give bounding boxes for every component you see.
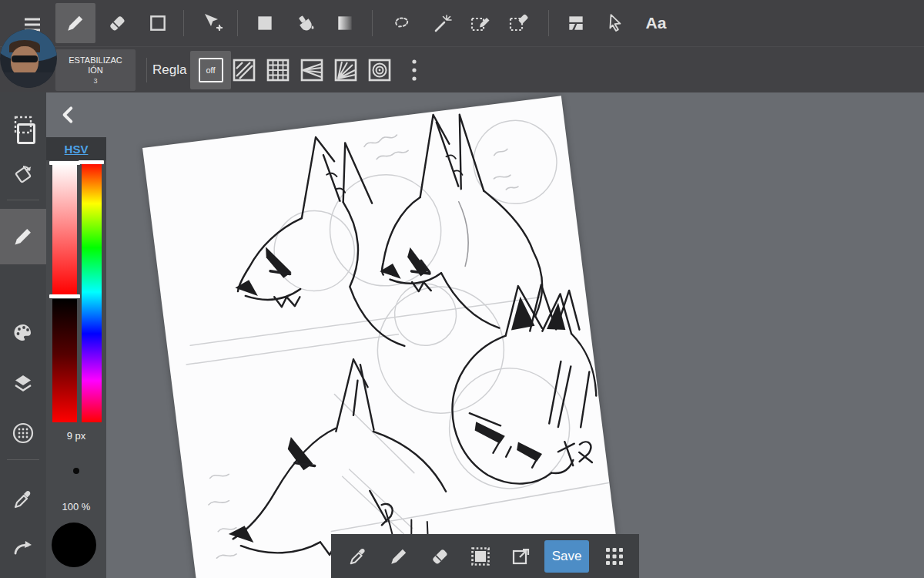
ruler-off-button[interactable]: off	[190, 51, 231, 89]
eraser-tool-button[interactable]	[97, 3, 137, 43]
magic-wand-icon	[432, 12, 454, 34]
panel-divide-icon	[566, 13, 586, 33]
chevron-left-icon	[59, 105, 79, 125]
stabilization-value: 3	[55, 78, 136, 85]
text-tool-button[interactable]: Aa	[636, 3, 676, 43]
hue-marker[interactable]	[79, 160, 104, 164]
ruler-more-button[interactable]	[402, 58, 427, 82]
bottom-export-button[interactable]	[500, 538, 541, 575]
eraser-icon	[107, 13, 127, 33]
sidebar-palette-button[interactable]	[0, 311, 46, 355]
parallel-ruler-icon	[232, 58, 256, 82]
divider	[146, 58, 147, 82]
grid-ruler-icon	[266, 58, 290, 82]
fill-bucket-button[interactable]	[286, 3, 326, 43]
move-tool-button[interactable]	[192, 3, 233, 43]
divider	[548, 10, 549, 36]
pencil-icon	[65, 13, 85, 33]
color-mode-header[interactable]: HSV	[46, 137, 106, 160]
hue-bar[interactable]	[82, 162, 102, 422]
saturation-bar[interactable]	[52, 163, 77, 294]
stabilization-button[interactable]: ESTABILIZAC IÓN 3	[55, 49, 136, 91]
ruler-parallel-button[interactable]	[232, 58, 256, 82]
account-avatar[interactable]	[0, 29, 57, 88]
bottom-pen-button[interactable]	[378, 538, 419, 575]
color-panel: HSV 9 px 100 %	[46, 137, 106, 578]
ruler-perspective-button[interactable]	[300, 58, 324, 82]
select-pen-button[interactable]	[460, 3, 500, 43]
select-eraser-button[interactable]	[499, 3, 539, 43]
layers-icon	[12, 372, 34, 394]
lasso-tool-button[interactable]	[382, 3, 422, 43]
bottom-material-button[interactable]	[460, 538, 500, 575]
fox-sketch	[142, 96, 628, 578]
gradient-tool-button[interactable]	[325, 3, 365, 43]
bottom-eraser-button[interactable]	[419, 538, 460, 575]
sidebar-transform-button[interactable]	[0, 153, 46, 197]
sidebar-eyedropper-button[interactable]	[0, 478, 46, 521]
drawing-canvas[interactable]	[142, 96, 628, 578]
ruler-radial-button[interactable]	[333, 58, 358, 82]
panel-divide-button[interactable]	[556, 3, 596, 43]
sidebar-pen-button[interactable]	[0, 209, 46, 264]
bottom-menu-button[interactable]	[594, 538, 634, 575]
select-eraser-icon	[508, 12, 530, 34]
brush-size-label: 9 px	[46, 430, 106, 442]
avatar-sunglasses	[12, 55, 38, 62]
magic-wand-button[interactable]	[423, 3, 463, 43]
hsv-label: HSV	[65, 143, 89, 156]
pen-tool-button[interactable]	[55, 3, 95, 43]
divider	[237, 10, 238, 36]
ruler-concentric-button[interactable]	[367, 58, 392, 82]
palette-icon	[12, 322, 34, 344]
sidebar-material-button[interactable]	[0, 412, 46, 455]
grid-menu-icon	[604, 546, 625, 567]
kebab-menu-icon	[411, 59, 417, 82]
opacity-label: 100 %	[46, 501, 106, 512]
ruler-grid-button[interactable]	[266, 58, 290, 82]
rotate-canvas-icon	[12, 163, 35, 187]
divider	[372, 10, 373, 36]
bottom-eyedropper-button[interactable]	[337, 538, 378, 575]
pencil-icon	[12, 226, 34, 247]
save-button[interactable]: Save	[544, 540, 589, 573]
divider	[7, 459, 39, 460]
pencil-icon	[389, 546, 409, 566]
solid-square-button[interactable]	[245, 3, 285, 43]
stabilization-label-line1: ESTABILIZAC	[69, 55, 122, 65]
current-color-swatch[interactable]	[52, 523, 96, 567]
value-bar[interactable]	[52, 299, 77, 422]
sidebar-layers-button[interactable]	[0, 361, 46, 405]
bottom-toolbar: Save	[331, 534, 639, 578]
material-dots-icon	[12, 422, 35, 445]
divider	[7, 200, 39, 200]
value-marker[interactable]	[49, 294, 80, 298]
sidebar-redo-button[interactable]	[0, 526, 46, 569]
redo-arrow-icon	[12, 536, 35, 558]
lasso-icon	[391, 12, 413, 34]
eyedropper-icon	[12, 489, 34, 510]
material-stamp-icon	[470, 546, 491, 567]
brush-preview-dot	[73, 468, 79, 474]
canvas-area[interactable]	[46, 92, 924, 578]
saturation-marker[interactable]	[49, 161, 80, 165]
save-label: Save	[552, 549, 582, 564]
ruler-toolbar: ESTABILIZAC IÓN 3 Regla off	[0, 46, 924, 92]
stabilization-label-line2: IÓN	[88, 66, 103, 75]
top-toolbar: Aa	[0, 0, 924, 46]
radial-ruler-icon	[333, 58, 358, 82]
eraser-icon	[430, 546, 450, 566]
back-button[interactable]	[59, 105, 79, 125]
gradient-icon	[335, 13, 355, 33]
eyedropper-icon	[348, 546, 368, 566]
paint-bucket-icon	[295, 12, 316, 34]
shape-tool-button[interactable]	[138, 3, 178, 43]
select-pen-icon	[470, 12, 491, 34]
sidebar-undo-button[interactable]	[0, 575, 46, 578]
left-sidebar	[0, 46, 46, 578]
ruler-off-label: off	[199, 58, 223, 82]
move-cursor-icon	[202, 12, 223, 34]
operation-tool-button[interactable]	[596, 3, 636, 43]
perspective-ruler-icon	[300, 58, 324, 82]
export-icon	[511, 546, 531, 566]
